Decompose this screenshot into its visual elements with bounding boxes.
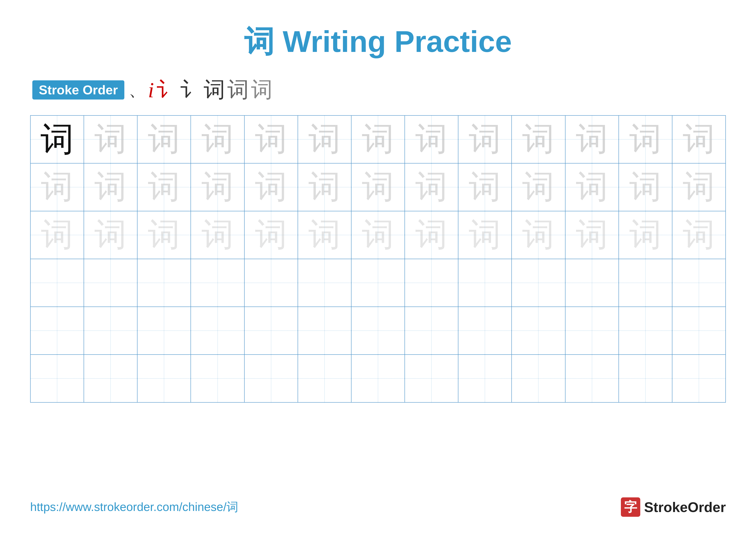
stroke-4: 讠 xyxy=(180,75,202,105)
grid-cell-4-3[interactable] xyxy=(138,259,191,307)
stroke-2: i xyxy=(148,78,154,102)
grid-cell-5-11[interactable] xyxy=(565,307,619,354)
grid-cell-6-2[interactable] xyxy=(84,355,138,402)
grid-cell-1-2: 词 xyxy=(84,116,138,163)
grid-cell-1-11: 词 xyxy=(565,116,619,163)
grid-cell-1-1: 词 xyxy=(31,116,84,163)
grid-cell-3-5: 词 xyxy=(245,211,298,259)
grid-cell-1-5: 词 xyxy=(245,116,298,163)
grid-cell-4-8[interactable] xyxy=(405,259,458,307)
grid-cell-2-9: 词 xyxy=(458,164,512,211)
grid-cell-5-9[interactable] xyxy=(458,307,512,354)
grid-cell-4-1[interactable] xyxy=(31,259,84,307)
grid-cell-2-6: 词 xyxy=(298,164,351,211)
stroke-5: 词 xyxy=(204,75,225,105)
footer-url: https://www.strokeorder.com/chinese/词 xyxy=(30,499,238,515)
stroke-order-badge: Stroke Order xyxy=(32,80,124,99)
grid-cell-4-11[interactable] xyxy=(565,259,619,307)
grid-cell-6-5[interactable] xyxy=(245,355,298,402)
grid-cell-4-13[interactable] xyxy=(672,259,725,307)
grid-cell-3-4: 词 xyxy=(191,211,244,259)
page-title: 词 Writing Practice xyxy=(30,21,726,63)
grid-cell-1-10: 词 xyxy=(512,116,565,163)
grid-cell-4-9[interactable] xyxy=(458,259,512,307)
grid-cell-4-6[interactable] xyxy=(298,259,351,307)
grid-row-2: 词 词 词 词 词 词 词 词 词 词 词 词 词 xyxy=(31,164,725,211)
grid-cell-1-12: 词 xyxy=(619,116,672,163)
grid-cell-6-1[interactable] xyxy=(31,355,84,402)
grid-cell-3-10: 词 xyxy=(512,211,565,259)
stroke-order-row: Stroke Order 、 i 讠 讠 词 词 词 xyxy=(30,75,726,105)
stroke-chars: 、 i 讠 讠 词 词 词 xyxy=(129,75,273,105)
grid-cell-2-12: 词 xyxy=(619,164,672,211)
stroke-6: 词 xyxy=(228,75,249,105)
stroke-1: 、 xyxy=(129,78,146,102)
grid-cell-2-4: 词 xyxy=(191,164,244,211)
grid-cell-1-9: 词 xyxy=(458,116,512,163)
grid-cell-2-13: 词 xyxy=(672,164,725,211)
grid-cell-4-2[interactable] xyxy=(84,259,138,307)
footer-logo: 字 StrokeOrder xyxy=(621,497,726,517)
grid-cell-5-5[interactable] xyxy=(245,307,298,354)
char-solid: 词 xyxy=(40,117,74,162)
grid-cell-1-7: 词 xyxy=(351,116,405,163)
grid-cell-6-9[interactable] xyxy=(458,355,512,402)
grid-cell-5-12[interactable] xyxy=(619,307,672,354)
grid-cell-2-2: 词 xyxy=(84,164,138,211)
grid-cell-2-3: 词 xyxy=(138,164,191,211)
grid-cell-3-12: 词 xyxy=(619,211,672,259)
grid-cell-1-6: 词 xyxy=(298,116,351,163)
grid-cell-4-10[interactable] xyxy=(512,259,565,307)
stroke-7: 词 xyxy=(251,75,273,105)
grid-cell-3-8: 词 xyxy=(405,211,458,259)
grid-cell-3-9: 词 xyxy=(458,211,512,259)
grid-cell-6-13[interactable] xyxy=(672,355,725,402)
practice-grid: 词 词 词 词 词 词 词 词 词 词 词 词 词 词 词 词 词 词 词 词 … xyxy=(30,115,726,403)
grid-cell-2-1: 词 xyxy=(31,164,84,211)
grid-cell-6-8[interactable] xyxy=(405,355,458,402)
grid-cell-3-2: 词 xyxy=(84,211,138,259)
grid-cell-2-10: 词 xyxy=(512,164,565,211)
grid-cell-3-6: 词 xyxy=(298,211,351,259)
grid-cell-1-3: 词 xyxy=(138,116,191,163)
grid-row-6 xyxy=(31,355,725,402)
grid-cell-6-10[interactable] xyxy=(512,355,565,402)
grid-cell-5-6[interactable] xyxy=(298,307,351,354)
grid-cell-6-3[interactable] xyxy=(138,355,191,402)
grid-cell-2-11: 词 xyxy=(565,164,619,211)
grid-cell-3-11: 词 xyxy=(565,211,619,259)
grid-cell-6-11[interactable] xyxy=(565,355,619,402)
footer-logo-text: StrokeOrder xyxy=(644,499,726,515)
grid-row-1: 词 词 词 词 词 词 词 词 词 词 词 词 词 xyxy=(31,116,725,164)
grid-cell-5-3[interactable] xyxy=(138,307,191,354)
grid-cell-3-13: 词 xyxy=(672,211,725,259)
grid-cell-1-13: 词 xyxy=(672,116,725,163)
grid-cell-4-5[interactable] xyxy=(245,259,298,307)
grid-cell-5-8[interactable] xyxy=(405,307,458,354)
grid-cell-4-4[interactable] xyxy=(191,259,244,307)
grid-cell-2-5: 词 xyxy=(245,164,298,211)
grid-cell-2-8: 词 xyxy=(405,164,458,211)
grid-cell-6-7[interactable] xyxy=(351,355,405,402)
grid-cell-6-12[interactable] xyxy=(619,355,672,402)
page: 词 Writing Practice Stroke Order 、 i 讠 讠 … xyxy=(0,0,756,534)
grid-cell-6-4[interactable] xyxy=(191,355,244,402)
grid-cell-3-1: 词 xyxy=(31,211,84,259)
grid-cell-4-7[interactable] xyxy=(351,259,405,307)
grid-cell-1-8: 词 xyxy=(405,116,458,163)
grid-row-4 xyxy=(31,259,725,307)
grid-cell-5-13[interactable] xyxy=(672,307,725,354)
grid-cell-4-12[interactable] xyxy=(619,259,672,307)
grid-cell-5-7[interactable] xyxy=(351,307,405,354)
grid-cell-3-3: 词 xyxy=(138,211,191,259)
grid-row-3: 词 词 词 词 词 词 词 词 词 词 词 词 词 xyxy=(31,211,725,259)
grid-cell-2-7: 词 xyxy=(351,164,405,211)
footer: https://www.strokeorder.com/chinese/词 字 … xyxy=(30,497,726,517)
grid-cell-3-7: 词 xyxy=(351,211,405,259)
grid-cell-5-1[interactable] xyxy=(31,307,84,354)
grid-cell-5-4[interactable] xyxy=(191,307,244,354)
grid-cell-6-6[interactable] xyxy=(298,355,351,402)
grid-cell-5-2[interactable] xyxy=(84,307,138,354)
strokeorder-logo-icon: 字 xyxy=(621,497,640,517)
grid-cell-5-10[interactable] xyxy=(512,307,565,354)
